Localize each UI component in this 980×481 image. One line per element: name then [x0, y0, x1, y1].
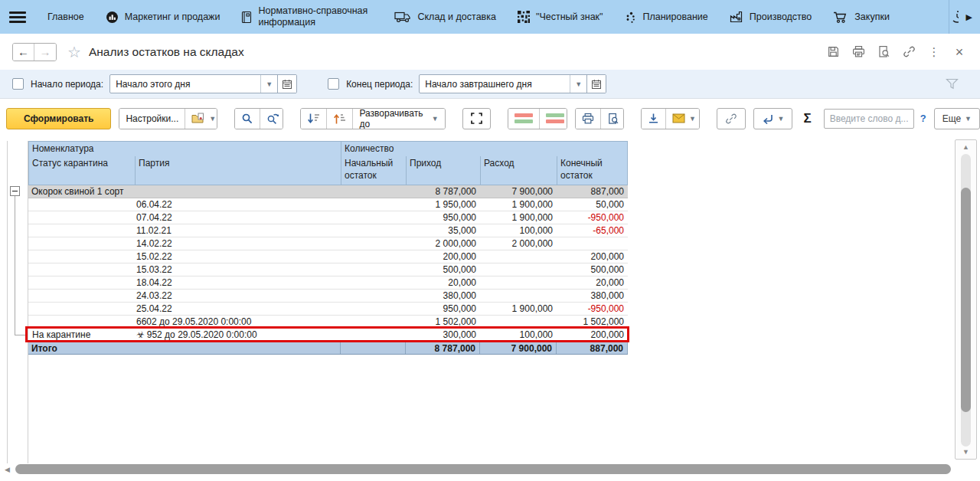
quick-search-input[interactable]: [824, 109, 914, 129]
table-row[interactable]: 24.03.22380,000380,000: [28, 290, 628, 303]
fullscreen-button[interactable]: [462, 108, 491, 129]
printer-icon: [582, 113, 594, 125]
tree-line-vertical: [15, 196, 15, 335]
table-header: Номенклатура Количество Статус карантина…: [28, 141, 628, 185]
more-dropdown-icon: ▼: [965, 115, 972, 123]
table-row[interactable]: 14.02.222 000,0002 000,000: [28, 237, 628, 250]
decrypt-button[interactable]: ▼: [753, 108, 793, 129]
horizontal-scrollbar[interactable]: ◀: [0, 463, 980, 477]
filter-funnel-icon[interactable]: [946, 78, 959, 90]
menu-divider: [949, 0, 949, 34]
menu-item-zakupki[interactable]: Закупки: [822, 0, 900, 34]
header-batch[interactable]: Партия: [135, 156, 341, 185]
header-outflow[interactable]: Расход: [480, 156, 557, 185]
horizontal-scroll-thumb[interactable]: [15, 464, 951, 474]
menu-scroll-right-icon[interactable]: ▶: [959, 12, 980, 22]
cell-closing-balance: 500,000: [557, 263, 628, 276]
collapse-groups-button[interactable]: [301, 109, 326, 129]
print-icon[interactable]: [851, 45, 865, 59]
report-variants-button[interactable]: ▼: [185, 109, 217, 129]
expand-groups-button[interactable]: [326, 109, 352, 129]
menu-item-marketing[interactable]: Маркетинг и продажи: [95, 0, 231, 34]
expand-to-button[interactable]: Разворачивать до ▼: [352, 109, 444, 129]
table-row[interactable]: 11.02.2135,000100,000-65,000: [28, 224, 628, 237]
scroll-left-icon[interactable]: ◀: [5, 466, 10, 473]
scroll-down-icon[interactable]: ▼: [956, 448, 976, 456]
print-button[interactable]: [576, 109, 600, 129]
total-opening: [341, 342, 406, 354]
cell-inflow: 35,000: [406, 224, 480, 237]
menu-item-chestny-znak[interactable]: "Честный знак": [507, 0, 614, 34]
period-start-calendar-icon[interactable]: [277, 75, 296, 93]
total-outflow: 7 900,000: [480, 342, 557, 354]
vertical-scroll-thumb[interactable]: [961, 188, 971, 412]
history-icon[interactable]: [951, 10, 959, 24]
header-closing-balance[interactable]: Конечный остаток: [557, 156, 628, 185]
truck-icon: [394, 11, 411, 23]
download-icon: [648, 113, 659, 124]
appearance-red-green-button[interactable]: [508, 109, 539, 129]
close-icon[interactable]: ×: [952, 45, 966, 59]
save-icon[interactable]: [826, 45, 840, 59]
settings-button[interactable]: Настройки...: [119, 109, 185, 129]
link-icon[interactable]: [902, 45, 916, 59]
header-nomenclature[interactable]: Номенклатура: [29, 142, 341, 156]
table-row[interactable]: 15.03.22500,000500,000: [28, 263, 628, 276]
menu-item-label: Нормативно-справочная информация: [258, 5, 373, 28]
table-row[interactable]: 25.04.22950,0001 900,000-950,000: [28, 303, 628, 316]
back-button[interactable]: ←: [13, 44, 34, 61]
collapse-icon: [307, 113, 320, 125]
vertical-scrollbar[interactable]: ▲ ▼: [955, 139, 977, 460]
menu-item-planirovanie[interactable]: Планирование: [613, 0, 718, 34]
total-row[interactable]: Итого8 787,0007 900,000887,000: [28, 342, 628, 355]
print-preview-button[interactable]: [600, 109, 624, 129]
generate-button[interactable]: Сформировать: [6, 108, 111, 129]
header-quarantine-status[interactable]: Статус карантина: [29, 156, 135, 185]
favorite-star-icon[interactable]: ☆: [67, 43, 81, 61]
table-row-quarantine[interactable]: На карантине☣952 до 29.05.2020 0:00:0030…: [28, 329, 628, 342]
period-end-checkbox[interactable]: [328, 78, 339, 90]
menu-item-glavnoe[interactable]: Главное: [37, 0, 95, 34]
export-group: ▼: [641, 108, 700, 129]
forward-button[interactable]: →: [34, 44, 56, 61]
more-label: Еще: [942, 113, 961, 124]
period-start-dropdown-icon[interactable]: ▼: [260, 75, 277, 93]
find-button[interactable]: [235, 109, 260, 129]
table-row[interactable]: 07.04.22950,0001 900,000-950,000: [28, 211, 628, 224]
menu-item-label: "Честный знак": [536, 11, 603, 23]
table-row[interactable]: 6602 до 29.05.2020 0:00:001 502,0001 502…: [28, 316, 628, 329]
find-next-button[interactable]: [260, 109, 283, 129]
table-row[interactable]: 06.04.221 950,0001 900,00050,000: [28, 198, 628, 211]
preview-icon[interactable]: [877, 45, 890, 59]
table-row[interactable]: 18.04.2220,00020,000: [28, 276, 628, 290]
header-quantity[interactable]: Количество: [341, 142, 627, 156]
header-opening-balance[interactable]: Начальный остаток: [341, 156, 406, 185]
autosum-button[interactable]: Σ: [799, 111, 815, 126]
menu-item-label: Производство: [750, 11, 812, 23]
group-row-nomenclature[interactable]: Окорок свиной 1 сорт8 787,0007 900,00088…: [28, 185, 628, 198]
period-end-calendar-icon[interactable]: [586, 75, 606, 93]
send-email-button[interactable]: ▼: [665, 109, 700, 129]
appearance-green-red-button[interactable]: [539, 109, 568, 129]
menu-item-nsi[interactable]: Нормативно-справочная информация: [230, 0, 384, 34]
period-start-value[interactable]: Начало этого дня: [110, 75, 260, 93]
group-collapse-toggle[interactable]: [10, 186, 20, 196]
hamburger-menu-icon[interactable]: [9, 11, 26, 23]
period-start-checkbox[interactable]: [12, 78, 24, 90]
menu-item-proizvodstvo[interactable]: Производство: [719, 0, 823, 34]
main-menu-bar: ГлавноеМаркетинг и продажиНормативно-спр…: [0, 0, 980, 34]
period-end-value[interactable]: Начало завтрашнего дня: [420, 75, 570, 93]
table-row[interactable]: 15.02.22200,000200,000: [28, 250, 628, 263]
help-button[interactable]: ?: [920, 113, 926, 124]
more-actions-icon[interactable]: ⋮: [927, 45, 941, 59]
header-inflow[interactable]: Приход: [406, 156, 480, 185]
save-file-button[interactable]: [642, 109, 665, 129]
period-end-dropdown-icon[interactable]: ▼: [570, 75, 586, 93]
chain-link-icon: [725, 113, 737, 125]
get-link-button[interactable]: [717, 108, 746, 129]
menu-item-sklad[interactable]: Склад и доставка: [384, 0, 506, 34]
scroll-up-icon[interactable]: ▲: [956, 143, 976, 151]
book-icon: [241, 11, 252, 24]
more-button[interactable]: Еще ▼: [934, 108, 980, 129]
cell-closing-balance: -65,000: [557, 224, 628, 237]
